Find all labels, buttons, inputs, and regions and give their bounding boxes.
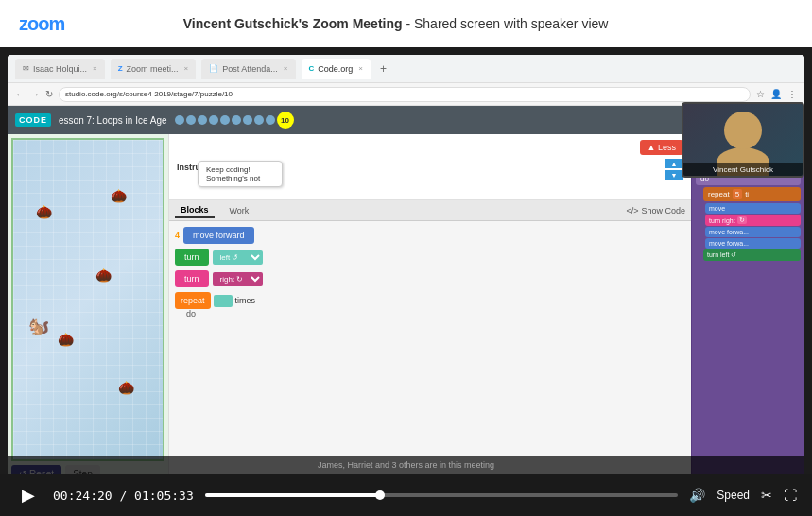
middle-panel: Instructions Keep coding! Something's no… — [168, 134, 691, 508]
tab-3-label: Post Attenda... — [222, 64, 278, 74]
squirrel: 🐿️ — [28, 316, 49, 336]
grid-overlay — [13, 140, 163, 459]
status-text: James, Harriet and 3 others are in this … — [318, 460, 494, 470]
reload-button[interactable]: ↻ — [45, 89, 53, 99]
zoom-logo: zoom — [19, 13, 64, 35]
play-icon: ▶ — [22, 485, 35, 506]
dot-1 — [175, 115, 184, 125]
arrow-down-button[interactable]: ▼ — [665, 170, 683, 180]
block-number-4: 4 — [175, 231, 180, 240]
time-separator: / — [119, 489, 127, 503]
repeat-2-num: 5 — [733, 189, 742, 199]
code-logo: CODE — [15, 113, 51, 127]
block-item-1: 4 move forward — [175, 227, 685, 244]
code-move-2: move forwa... — [705, 227, 801, 237]
tab-1-close[interactable]: × — [93, 64, 97, 73]
dot-8 — [254, 115, 264, 125]
repeat-row: repeat times — [175, 292, 685, 309]
bookmark-icon: ☆ — [756, 89, 765, 99]
progress-bar-container[interactable] — [205, 493, 679, 497]
instructions-bar: Instructions Keep coding! Something's no… — [169, 134, 691, 200]
scissors-button[interactable]: ✂ — [761, 488, 772, 503]
instruction-text: Keep coding! Something's not — [206, 165, 260, 182]
tab-4-close[interactable]: × — [358, 64, 363, 73]
do-label: do — [186, 309, 196, 318]
blocks-tab[interactable]: Blocks — [175, 203, 215, 218]
browser-tab-3[interactable]: 📄 Post Attenda... × — [201, 59, 295, 79]
main-content: ✉ Isaac Holqui... × Z Zoom meeti... × 📄 … — [0, 47, 812, 516]
less-button-label: ▲ Less — [648, 143, 676, 152]
turn-right-button[interactable]: turn — [175, 270, 209, 287]
browser-tab-4[interactable]: C Code.org × — [302, 59, 371, 79]
repeat-block: repeat times do — [175, 292, 685, 318]
tab-4-label: Code.org — [318, 64, 353, 74]
acorn-4: 🌰 — [111, 188, 127, 203]
progress-bar-fill — [205, 493, 380, 497]
zoom-logo-text: zoom — [19, 13, 64, 35]
video-container: ✉ Isaac Holqui... × Z Zoom meeti... × 📄 … — [0, 47, 812, 516]
acorn-1: 🌰 — [36, 204, 52, 219]
acorn-3: 🌰 — [58, 332, 74, 347]
face — [724, 112, 762, 149]
time-display: 00:24:20 / 01:05:33 — [53, 489, 194, 503]
dot-2 — [186, 115, 196, 125]
speaker-view: Vincent Gutschick — [682, 102, 804, 178]
dot-9 — [266, 115, 275, 125]
dot-7 — [243, 115, 252, 125]
dot-4 — [209, 115, 218, 125]
speed-label: Speed — [717, 489, 750, 502]
turn-right-dropdown[interactable]: right ↻ left ↺ — [213, 272, 263, 286]
progress-dots: 10 — [175, 112, 733, 129]
speaker-name: Vincent Gutschick — [713, 165, 773, 174]
dot-3 — [198, 115, 207, 125]
tab-1-label: Isaac Holqui... — [33, 64, 87, 74]
fullscreen-button[interactable]: ⛶ — [784, 488, 797, 503]
top-bar: zoom Vincent Gutschick's Zoom Meeting - … — [0, 0, 812, 47]
block-item-turn-left: turn left ↺ right ↻ — [175, 249, 685, 266]
meeting-title-strong: Vincent Gutschick's Zoom Meeting — [183, 16, 403, 31]
meeting-subtitle: - Shared screen with speaker view — [406, 16, 608, 31]
lesson-title: esson 7: Loops in Ice Age — [59, 115, 167, 126]
forward-button[interactable]: → — [30, 89, 40, 99]
code-repeat-2: repeat 5 ti — [703, 187, 801, 201]
show-code-button[interactable]: </> Show Code — [626, 206, 685, 215]
code-turn-left: turn left ↺ — [703, 249, 801, 261]
dot-6 — [232, 115, 241, 125]
turn-right-num: ↻ — [737, 216, 747, 224]
puzzle-panel: 🌰 🌰 🌰 🌰 🌰 🐿️ ↺ Reset — [8, 134, 168, 508]
back-button[interactable]: ← — [15, 89, 25, 99]
turn-left-dropdown[interactable]: left ↺ right ↻ — [213, 250, 263, 265]
progress-bar-handle[interactable] — [375, 490, 385, 500]
acorn-2: 🌰 — [95, 267, 112, 283]
code-move-3: move forwa... — [705, 238, 801, 249]
browser-tab-1[interactable]: ✉ Isaac Holqui... × — [15, 59, 105, 79]
tab-2-label: Zoom meeti... — [127, 64, 179, 74]
move-forward-button[interactable]: move forward — [183, 227, 254, 244]
bottom-controls: ▶ 00:24:20 / 01:05:33 🔊 Speed ✂ ⛶ — [0, 474, 812, 516]
current-time: 00:24:20 — [53, 489, 112, 503]
screen-status: James, Harriet and 3 others are in this … — [8, 456, 804, 474]
code-panel: when run repeat 2 time do repeat 5 ti mo… — [691, 134, 804, 508]
address-bar[interactable]: studio.code.org/s/course4-2019/stage/7/p… — [59, 87, 751, 102]
tab-3-close[interactable]: × — [284, 64, 288, 73]
speaker-name-bar: Vincent Gutschick — [683, 163, 803, 176]
toggle-arrows: ▲ ▼ — [665, 159, 683, 180]
volume-button[interactable]: 🔊 — [689, 488, 705, 503]
dot-5 — [220, 115, 230, 125]
play-button[interactable]: ▶ — [15, 482, 42, 508]
browser-tab-2[interactable]: Z Zoom meeti... × — [111, 59, 197, 79]
menu-icon[interactable]: ⋮ — [787, 89, 797, 99]
do-row: do — [175, 309, 685, 318]
code-icon: </> — [626, 206, 638, 215]
repeat-times-input[interactable] — [214, 295, 233, 307]
turn-left-button[interactable]: turn — [175, 249, 209, 266]
less-button[interactable]: ▲ Less — [640, 140, 683, 155]
address-text: studio.code.org/s/course4-2019/stage/7/p… — [65, 90, 233, 98]
arrow-up-button[interactable]: ▲ — [665, 159, 683, 168]
work-tab[interactable]: Work — [224, 204, 255, 217]
new-tab-button[interactable]: + — [376, 62, 390, 76]
code-turn-right: turn right↻ — [705, 215, 801, 226]
acorn-5: 🌰 — [118, 380, 134, 395]
repeat-button[interactable]: repeat — [175, 292, 211, 309]
tab-2-close[interactable]: × — [184, 64, 189, 73]
